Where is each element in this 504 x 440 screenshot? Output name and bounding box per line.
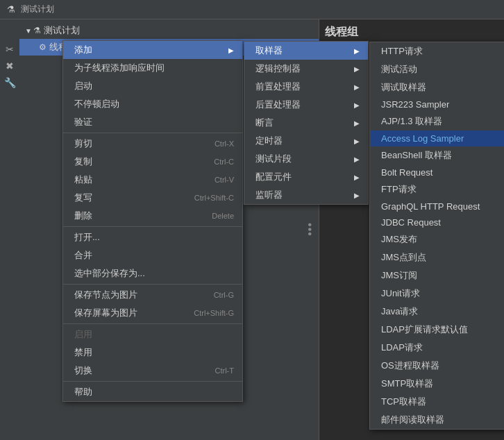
sampler-arrow: ▶ xyxy=(354,47,360,55)
separator-3 xyxy=(63,284,242,285)
sampler-item-20[interactable]: TCP取样器 xyxy=(370,393,504,411)
sampler-item-11[interactable]: JMS发布 xyxy=(370,230,504,248)
wrench-icon[interactable]: 🔧 xyxy=(2,75,17,90)
separator-5 xyxy=(63,381,242,382)
post-arrow: ▶ xyxy=(354,101,360,109)
tree-arrow: ▼ xyxy=(25,27,32,35)
sampler-item-7[interactable]: Bolt Request xyxy=(370,164,504,180)
sampler-item-5[interactable]: Access Log Sampler xyxy=(370,130,504,146)
menu-item-add-container: 添加 ▶ 取样器 ▶ HTTP请求测试活动调试取样器JSR223 Sampler… xyxy=(63,41,242,59)
right-panel-title: 线程组 xyxy=(325,25,498,40)
sampler-item-4[interactable]: AJP/1.3 取样器 xyxy=(370,112,504,130)
menu-item-add[interactable]: 添加 ▶ xyxy=(63,41,242,59)
sampler-item-9[interactable]: GraphQL HTTP Request xyxy=(370,198,504,214)
separator-4 xyxy=(63,323,242,324)
timer-arrow: ▶ xyxy=(354,137,360,145)
sampler-item-17[interactable]: LDAP请求 xyxy=(370,339,504,357)
menu-item-disable[interactable]: 禁用 xyxy=(63,344,242,362)
tree-item-testplan[interactable]: ▼ ⚗ 测试计划 xyxy=(19,22,319,39)
left-panel: ✂ ✖ 🔧 ▼ ⚗ 测试计划 ⚙ 线程组 添加 ▶ xyxy=(0,19,319,440)
menu-item-toggle[interactable]: 切换 Ctrl-T xyxy=(63,362,242,380)
assertion-arrow: ▶ xyxy=(354,119,360,127)
sampler-item-19[interactable]: SMTP取样器 xyxy=(370,375,504,393)
submenu-l3-sampler: HTTP请求测试活动调试取样器JSR223 SamplerAJP/1.3 取样器… xyxy=(369,42,504,430)
menu-item-open[interactable]: 打开... xyxy=(63,228,242,246)
sampler-item-21[interactable]: 邮件阅读取样器 xyxy=(370,411,504,429)
menu-item-sampler-container: 取样器 ▶ HTTP请求测试活动调试取样器JSR223 SamplerAJP/1… xyxy=(244,42,368,60)
menu-item-merge[interactable]: 合并 xyxy=(63,246,242,264)
sampler-item-3[interactable]: JSR223 Sampler xyxy=(370,96,504,112)
menu-item-enable: 启用 xyxy=(63,325,242,344)
menu-item-cut[interactable]: 剪切 Ctrl-X xyxy=(63,135,242,153)
sampler-item-12[interactable]: JMS点到点 xyxy=(370,248,504,266)
menu-item-test-fragment[interactable]: 测试片段 ▶ xyxy=(244,150,368,168)
menu-item-delete[interactable]: 删除 Delete xyxy=(63,207,242,225)
menu-item-logic-controller[interactable]: 逻辑控制器 ▶ xyxy=(244,60,368,78)
menu-item-copy[interactable]: 复制 Ctrl-C xyxy=(63,153,242,171)
pre-arrow: ▶ xyxy=(354,83,360,91)
scissors-icon[interactable]: ✂ xyxy=(2,42,17,57)
sampler-item-8[interactable]: FTP请求 xyxy=(370,180,504,198)
menu-item-save-selection[interactable]: 选中部分保存为... xyxy=(63,264,242,282)
menu-item-save-screen-image[interactable]: 保存屏幕为图片 Ctrl+Shift-G xyxy=(63,304,242,322)
menu-item-sampler[interactable]: 取样器 ▶ xyxy=(244,42,368,60)
listener-arrow: ▶ xyxy=(354,192,360,199)
context-menu-l1: 添加 ▶ 取样器 ▶ HTTP请求测试活动调试取样器JSR223 Sampler… xyxy=(62,40,243,402)
threadgroup-icon: ⚙ xyxy=(39,42,47,52)
main-area: ✂ ✖ 🔧 ▼ ⚗ 测试计划 ⚙ 线程组 添加 ▶ xyxy=(0,19,504,440)
menu-item-config-element[interactable]: 配置元件 ▶ xyxy=(244,168,368,186)
separator-2 xyxy=(63,226,242,227)
menu-item-validate[interactable]: 验证 xyxy=(63,113,242,131)
sampler-item-0[interactable]: HTTP请求 xyxy=(370,42,504,60)
side-icons-column: ✂ ✖ 🔧 xyxy=(0,39,19,93)
menu-item-start-no-pause[interactable]: 不停顿启动 xyxy=(63,95,242,113)
logic-arrow: ▶ xyxy=(354,65,360,73)
menu-item-help[interactable]: 帮助 xyxy=(63,383,242,401)
config-arrow: ▶ xyxy=(354,174,360,181)
fragment-arrow: ▶ xyxy=(354,155,360,163)
menu-item-add-response-time[interactable]: 为子线程添加响应时间 xyxy=(63,59,242,77)
menu-item-paste[interactable]: 粘贴 Ctrl-V xyxy=(63,171,242,189)
sampler-item-14[interactable]: JUnit请求 xyxy=(370,285,504,303)
overflow-indicator: ••• xyxy=(303,223,316,237)
menu-item-assertion[interactable]: 断言 ▶ xyxy=(244,114,368,132)
menu-item-listener[interactable]: 监听器 ▶ xyxy=(244,186,368,204)
separator-1 xyxy=(63,133,242,133)
title-bar: ⚗ 测试计划 xyxy=(0,0,504,19)
sampler-item-10[interactable]: JDBC Request xyxy=(370,214,504,230)
title-text: 测试计划 xyxy=(21,3,54,15)
submenu-arrow: ▶ xyxy=(228,46,234,54)
submenu-l2: 取样器 ▶ HTTP请求测试活动调试取样器JSR223 SamplerAJP/1… xyxy=(244,41,369,205)
sampler-item-15[interactable]: Java请求 xyxy=(370,303,504,321)
menu-item-duplicate[interactable]: 复写 Ctrl+Shift-C xyxy=(63,189,242,207)
menu-item-start[interactable]: 启动 xyxy=(63,77,242,95)
sampler-item-16[interactable]: LDAP扩展请求默认值 xyxy=(370,321,504,339)
menu-item-save-node-image[interactable]: 保存节点为图片 Ctrl-G xyxy=(63,286,242,304)
sampler-item-6[interactable]: BeanShell 取样器 xyxy=(370,146,504,164)
tree-item-testplan-label: 测试计划 xyxy=(44,24,80,37)
testplan-icon: ⚗ xyxy=(33,26,41,35)
menu-item-timer[interactable]: 定时器 ▶ xyxy=(244,132,368,150)
sampler-item-1[interactable]: 测试活动 xyxy=(370,60,504,78)
cross-icon[interactable]: ✖ xyxy=(2,58,17,74)
sampler-item-13[interactable]: JMS订阅 xyxy=(370,266,504,285)
menu-item-pre-processor[interactable]: 前置处理器 ▶ xyxy=(244,78,368,96)
title-icon: ⚗ xyxy=(6,4,17,15)
sampler-item-18[interactable]: OS进程取样器 xyxy=(370,357,504,375)
sampler-item-2[interactable]: 调试取样器 xyxy=(370,78,504,96)
menu-item-post-processor[interactable]: 后置处理器 ▶ xyxy=(244,96,368,114)
